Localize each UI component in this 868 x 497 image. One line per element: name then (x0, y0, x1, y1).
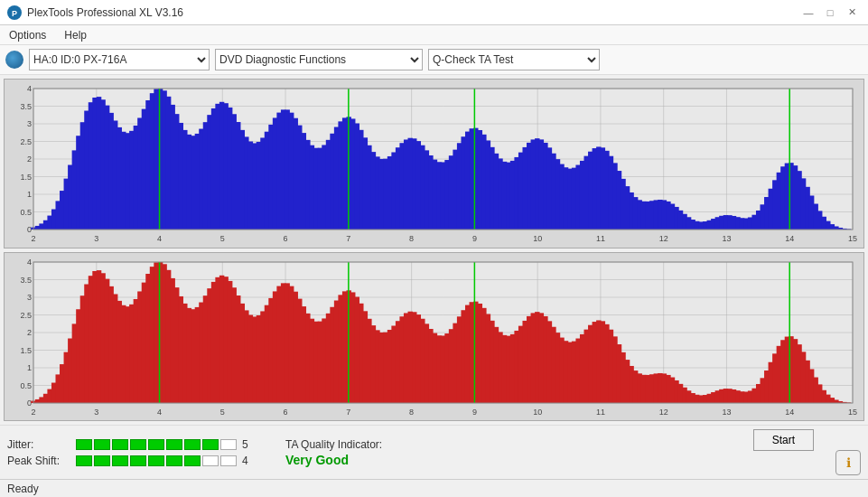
menu-help[interactable]: Help (61, 28, 90, 42)
main-content (0, 75, 868, 425)
minimize-button[interactable]: — (799, 6, 817, 19)
progress-segment (130, 439, 146, 450)
window-controls: — □ ✕ (799, 6, 861, 19)
jitter-label: Jitter: (7, 438, 70, 451)
status-bar: Ready (0, 479, 868, 497)
progress-segment (202, 455, 219, 466)
peak-shift-value: 4 (242, 455, 253, 467)
progress-segment (130, 455, 146, 466)
device-select[interactable]: HA:0 ID:0 PX-716A (29, 49, 210, 70)
progress-segment (166, 439, 182, 450)
start-button[interactable]: Start (753, 429, 814, 451)
bottom-chart (4, 252, 864, 422)
ta-quality-value: Very Good (285, 453, 382, 467)
jitter-value: 5 (242, 438, 253, 451)
toolbar: HA:0 ID:0 PX-716A DVD Diagnostic Functio… (0, 45, 868, 75)
status-text: Ready (7, 483, 39, 495)
test-select[interactable]: Q-Check TA Test (428, 49, 600, 70)
globe-icon (5, 51, 23, 69)
title-bar: P PlexTools Professional XL V3.16 — □ ✕ (0, 0, 868, 25)
peak-shift-label: Peak Shift: (7, 455, 70, 467)
progress-segment (76, 455, 92, 466)
peak-shift-bar (76, 455, 237, 466)
ta-quality-panel: TA Quality Indicator: Very Good (285, 438, 382, 467)
maximize-button[interactable]: □ (821, 6, 839, 19)
menu-options[interactable]: Options (5, 28, 50, 42)
progress-segment (166, 455, 182, 466)
progress-segment (202, 439, 219, 450)
progress-segment (76, 439, 92, 450)
svg-text:P: P (12, 9, 17, 18)
progress-segment (148, 439, 164, 450)
title-left: P PlexTools Professional XL V3.16 (7, 5, 183, 20)
close-button[interactable]: ✕ (843, 6, 861, 19)
progress-segment (148, 455, 164, 466)
progress-segment (94, 439, 110, 450)
progress-segment (220, 455, 237, 466)
progress-segment (112, 455, 128, 466)
menu-bar: Options Help (0, 25, 868, 45)
jitter-row: Jitter: 5 (7, 438, 253, 451)
bottom-panel: Jitter: 5 Peak Shift: 4 TA Quality Indic… (0, 425, 868, 479)
info-button[interactable]: ℹ (835, 450, 861, 475)
ta-quality-label: TA Quality Indicator: (285, 438, 382, 451)
progress-segment (112, 439, 128, 450)
metrics-panel: Jitter: 5 Peak Shift: 4 (7, 438, 253, 467)
function-select[interactable]: DVD Diagnostic Functions (215, 49, 423, 70)
app-title: PlexTools Professional XL V3.16 (27, 6, 183, 19)
top-chart (4, 79, 864, 248)
peak-shift-row: Peak Shift: 4 (7, 455, 253, 467)
jitter-bar (76, 439, 237, 450)
bottom-chart-canvas (5, 253, 863, 421)
top-chart-canvas (5, 80, 863, 248)
progress-segment (94, 455, 110, 466)
info-icon: ℹ (846, 455, 851, 470)
app-icon: P (7, 5, 22, 20)
progress-segment (220, 439, 237, 450)
progress-segment (184, 455, 201, 466)
progress-segment (184, 439, 201, 450)
